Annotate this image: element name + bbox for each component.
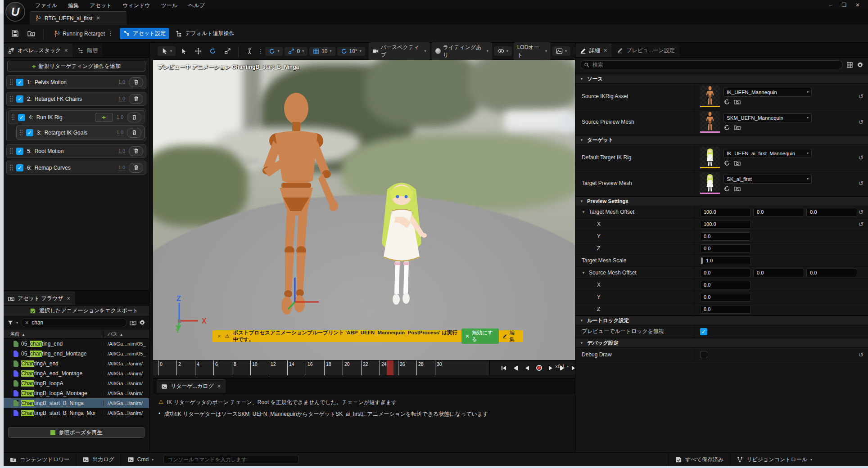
tab-close-icon[interactable]: ✕ xyxy=(96,15,100,21)
column-path[interactable]: パス▲ xyxy=(104,331,149,338)
record-button[interactable] xyxy=(535,364,543,372)
reset-to-default-icon[interactable]: ↺ xyxy=(858,118,863,126)
restore-button[interactable]: ❐ xyxy=(837,0,851,8)
op-enabled-checkbox[interactable]: ✓ xyxy=(16,164,23,171)
target-ikrig-thumbnail[interactable] xyxy=(700,147,720,168)
z-field[interactable]: 0.0 xyxy=(700,244,751,253)
z-field[interactable]: 0.0 xyxy=(700,305,751,314)
dismiss-warning-icon[interactable]: ✕ xyxy=(217,333,221,339)
reset-to-default-icon[interactable]: ↺ xyxy=(858,220,863,228)
move-tool-button[interactable] xyxy=(192,45,204,58)
drag-handle-icon[interactable] xyxy=(9,148,13,155)
add-ik-goal-button[interactable]: + xyxy=(95,113,113,122)
viewport-options-button[interactable]: ▾ xyxy=(158,46,176,56)
delete-op-button[interactable] xyxy=(129,77,143,87)
running-retarget-button[interactable]: Running Retarget ⋮ xyxy=(49,28,117,39)
viewport-scene[interactable]: プレビュー中 アニメーション ChantingB_start_B_Ninga Z… xyxy=(153,60,575,360)
x-field[interactable]: 100.0 xyxy=(700,220,751,229)
filter-caret-icon[interactable]: ▾ xyxy=(16,321,18,325)
lod-dropdown[interactable]: LODオート▾ xyxy=(514,42,551,60)
timeline-ruler[interactable]: 024681012141618202224262830 xyxy=(153,360,490,375)
asset-search-input[interactable]: ✕ chan xyxy=(21,318,127,327)
tab-rtg-uefn-ai-first[interactable]: RTG_UEFN_ai_first ✕ xyxy=(30,11,127,25)
step-back-button[interactable] xyxy=(511,364,520,372)
tab-close-icon[interactable]: ✕ xyxy=(217,383,221,389)
timeline[interactable]: 024681012141618202224262830 x0.1 ▾ xyxy=(153,360,575,375)
op-weight[interactable]: 1.0 xyxy=(117,130,123,135)
tab-close-icon[interactable]: ✕ xyxy=(64,48,68,54)
browse-to-icon[interactable] xyxy=(734,185,741,192)
perspective-dropdown[interactable]: パースペクティブ▾ xyxy=(369,42,430,60)
op-enabled-checkbox[interactable]: ✓ xyxy=(26,129,33,136)
scale-tool-button[interactable] xyxy=(221,45,234,58)
timeline-playhead[interactable] xyxy=(387,360,393,375)
settings-gear-icon[interactable] xyxy=(139,320,145,326)
output-log-button[interactable]: 出力ログ xyxy=(76,453,121,466)
source-offset-y-field[interactable]: 0.0 xyxy=(753,269,804,277)
tab-details[interactable]: 詳細 ✕ xyxy=(575,44,612,57)
source-offset-z-field[interactable]: 0.0 xyxy=(806,269,857,277)
cmd-dropdown[interactable]: Cmd ▾ xyxy=(121,453,160,466)
delete-op-button[interactable] xyxy=(127,128,141,138)
asset-row[interactable]: ChantingB_start_B_Ninga/All/Ga...i/anim/ xyxy=(4,398,149,408)
debug-draw-checkbox[interactable]: ✓ xyxy=(700,351,707,358)
tab-preview-scene-settings[interactable]: プレビュ...ーン設定 xyxy=(612,44,679,57)
go-to-start-button[interactable] xyxy=(500,364,508,372)
drag-handle-icon[interactable] xyxy=(11,114,14,121)
drag-handle-icon[interactable] xyxy=(9,79,13,86)
source-offset-x-field[interactable]: 0.0 xyxy=(700,269,751,277)
minimize-button[interactable]: – xyxy=(824,0,837,8)
y-field[interactable]: 0.0 xyxy=(700,232,751,241)
asset-row[interactable]: ChantingB_loopA_Montage/All/Ga...i/anim/ xyxy=(4,388,149,398)
op-enabled-checkbox[interactable]: ✓ xyxy=(16,95,23,103)
op-weight[interactable]: 1.0 xyxy=(118,79,125,85)
more-icon[interactable]: ⋮ xyxy=(258,48,263,54)
asset-row[interactable]: 05_chanting_end/All/Ga...nim/05_ xyxy=(4,339,149,349)
op-row[interactable]: ✓4: Run IK Rig+1.0 xyxy=(8,110,145,124)
default-additive-ops-button[interactable]: デフォルト追加操作 xyxy=(172,28,238,39)
filter-icon[interactable] xyxy=(7,320,14,326)
delete-op-button[interactable] xyxy=(129,163,143,173)
op-row[interactable]: ✓2: Retarget FK Chains1.0 xyxy=(6,92,146,106)
show-flags-dropdown[interactable]: ▾ xyxy=(494,46,512,56)
target-offset-x-field[interactable]: 100.0 xyxy=(700,208,751,216)
tab-retarget-log[interactable]: リターゲ...カログ ✕ xyxy=(157,379,226,393)
reset-to-default-icon[interactable]: ↺ xyxy=(858,351,863,358)
target-ikrig-select[interactable]: IK_UEFN_ai_first_Mannequin▾ xyxy=(723,149,812,158)
use-selected-icon[interactable] xyxy=(723,185,730,192)
details-search-input[interactable]: 検索 xyxy=(580,60,843,69)
op-weight[interactable]: 1.0 xyxy=(117,114,123,120)
op-row[interactable]: ✓3: Retarget IK Goals1.0 xyxy=(16,126,145,140)
section-preview-settings[interactable]: ▼Preview Settings xyxy=(575,196,868,206)
asset-row[interactable]: ChantingB_loopA/All/Ga...i/anim/ xyxy=(4,378,149,388)
drag-handle-icon[interactable] xyxy=(9,164,13,171)
section-root-lock[interactable]: ▼ルートロック設定 xyxy=(575,315,868,325)
source-mesh-thumbnail[interactable] xyxy=(700,111,720,133)
asset-settings-button[interactable]: アセット設定 xyxy=(120,28,169,39)
edit-blueprint-button[interactable]: 編集 xyxy=(502,329,519,343)
x-field[interactable]: 0.0 xyxy=(700,281,751,289)
save-search-icon[interactable] xyxy=(130,320,136,326)
save-button[interactable] xyxy=(8,27,22,40)
tab-op-stack[interactable]: オペレ...スタック ✕ xyxy=(4,44,72,57)
transform-gizmo[interactable] xyxy=(278,276,323,312)
disable-postprocess-button[interactable]: ✕ 無効にする xyxy=(461,328,499,344)
op-weight[interactable]: 1.0 xyxy=(118,148,125,154)
y-field[interactable]: 0.0 xyxy=(700,293,751,302)
clear-search-icon[interactable]: ✕ xyxy=(25,320,29,326)
grid-snap-button[interactable]: 10▾ xyxy=(309,47,335,56)
reset-to-default-icon[interactable]: ↺ xyxy=(858,208,863,216)
reset-to-default-icon[interactable]: ↺ xyxy=(858,154,863,161)
display-options-icon[interactable] xyxy=(846,62,853,68)
play-reference-pose-button[interactable]: 参照ポーズを再生 xyxy=(8,427,145,438)
section-debug[interactable]: ▼デバッグ設定 xyxy=(575,338,868,348)
close-button[interactable]: ✕ xyxy=(851,0,864,8)
browse-to-icon[interactable] xyxy=(734,124,741,131)
surface-snap-button[interactable]: 0▾ xyxy=(285,47,307,56)
tab-hierarchy[interactable]: 階層 xyxy=(73,44,102,57)
tab-close-icon[interactable]: ✕ xyxy=(603,48,607,54)
op-row[interactable]: ✓5: Root Motion1.0 xyxy=(6,144,146,158)
screenshot-dropdown[interactable]: ▾ xyxy=(552,46,570,56)
export-animations-button[interactable]: 選択したアニメーションをエクスポート xyxy=(4,306,149,316)
source-mesh-select[interactable]: SKM_UEFN_Mannequin▾ xyxy=(723,113,812,122)
